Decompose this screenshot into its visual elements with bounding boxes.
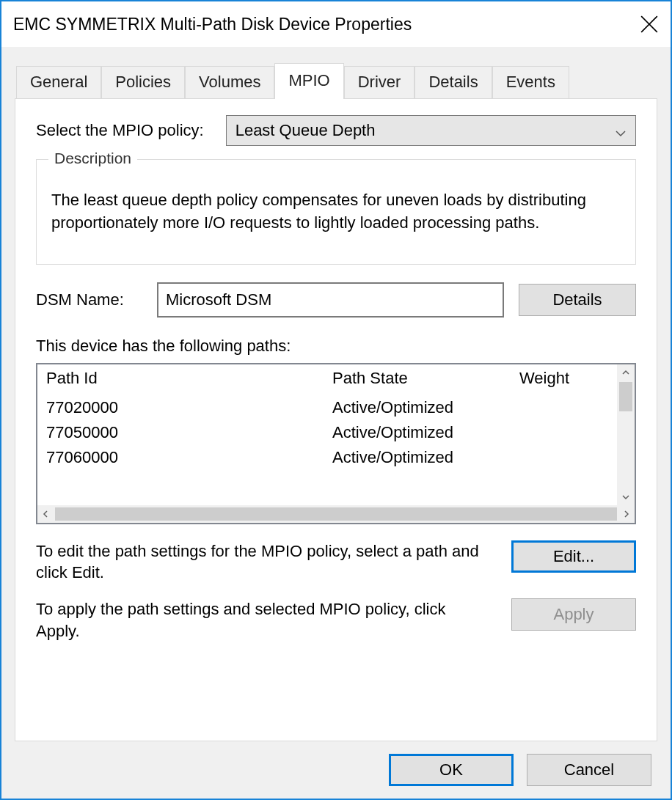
col-weight[interactable]: Weight xyxy=(519,369,616,388)
tab-driver[interactable]: Driver xyxy=(344,66,415,99)
description-legend: Description xyxy=(48,150,137,167)
description-text: The least queue depth policy compensates… xyxy=(51,189,621,235)
scrollbar-track[interactable] xyxy=(55,507,617,521)
edit-button[interactable]: Edit... xyxy=(511,540,636,573)
tab-volumes[interactable]: Volumes xyxy=(185,66,274,99)
close-icon[interactable] xyxy=(640,15,659,34)
policy-row: Select the MPIO policy: Least Queue Dept… xyxy=(36,115,636,146)
tab-mpio[interactable]: MPIO xyxy=(274,63,343,99)
scroll-down-icon[interactable] xyxy=(618,489,634,505)
apply-button: Apply xyxy=(511,598,636,631)
scroll-right-icon[interactable] xyxy=(618,506,635,522)
client-area: General Policies Volumes MPIO Driver Det… xyxy=(1,48,671,741)
list-item[interactable]: 77050000 Active/Optimized xyxy=(46,420,616,445)
cancel-button[interactable]: Cancel xyxy=(527,754,651,786)
dsm-row: DSM Name: Microsoft DSM Details xyxy=(36,282,636,318)
chevron-down-icon xyxy=(615,125,627,136)
policy-dropdown[interactable]: Least Queue Depth xyxy=(226,115,636,146)
paths-listview[interactable]: Path Id Path State Weight 77020000 Activ… xyxy=(36,363,636,524)
tab-events[interactable]: Events xyxy=(492,66,569,99)
apply-hint: To apply the path settings and selected … xyxy=(36,598,489,642)
policy-dropdown-value: Least Queue Depth xyxy=(235,121,376,140)
apply-hint-row: To apply the path settings and selected … xyxy=(36,598,636,642)
list-item[interactable]: 77060000 Active/Optimized xyxy=(46,445,616,470)
edit-hint-row: To edit the path settings for the MPIO p… xyxy=(36,540,636,584)
vertical-scrollbar[interactable] xyxy=(616,364,635,505)
dialog-window: EMC SYMMETRIX Multi-Path Disk Device Pro… xyxy=(0,0,672,800)
tab-policies[interactable]: Policies xyxy=(101,66,185,99)
tabs-row: General Policies Volumes MPIO Driver Det… xyxy=(16,62,657,98)
tab-general[interactable]: General xyxy=(16,66,101,99)
dsm-name-field[interactable]: Microsoft DSM xyxy=(157,282,504,318)
titlebar: EMC SYMMETRIX Multi-Path Disk Device Pro… xyxy=(1,1,671,48)
dialog-buttons: OK Cancel xyxy=(1,741,671,799)
edit-hint: To edit the path settings for the MPIO p… xyxy=(36,540,489,584)
horizontal-scrollbar[interactable] xyxy=(37,505,635,523)
paths-label: This device has the following paths: xyxy=(36,337,636,356)
scroll-left-icon[interactable] xyxy=(37,506,54,522)
policy-label: Select the MPIO policy: xyxy=(36,121,204,140)
description-group: Description The least queue depth policy… xyxy=(36,159,636,265)
scroll-up-icon[interactable] xyxy=(618,364,634,381)
tab-details[interactable]: Details xyxy=(414,66,492,99)
window-title: EMC SYMMETRIX Multi-Path Disk Device Pro… xyxy=(13,15,640,34)
dsm-label: DSM Name: xyxy=(36,290,142,309)
ok-button[interactable]: OK xyxy=(389,754,514,786)
col-path-state[interactable]: Path State xyxy=(332,369,519,388)
scrollbar-thumb[interactable] xyxy=(619,382,632,411)
dsm-name-value: Microsoft DSM xyxy=(166,290,271,309)
list-item[interactable]: 77020000 Active/Optimized xyxy=(46,395,616,420)
col-path-id[interactable]: Path Id xyxy=(46,369,332,388)
details-button[interactable]: Details xyxy=(519,284,636,316)
listview-header: Path Id Path State Weight xyxy=(46,369,616,395)
tab-panel-mpio: Select the MPIO policy: Least Queue Dept… xyxy=(15,98,657,741)
